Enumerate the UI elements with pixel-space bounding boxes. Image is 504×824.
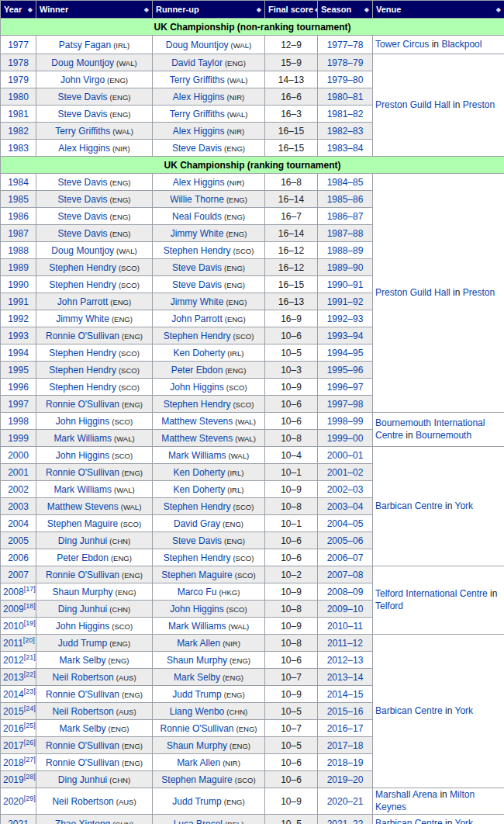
year-link[interactable]: 2004: [8, 518, 29, 529]
runner-up-link[interactable]: Shaun Murphy: [167, 655, 227, 666]
season-link[interactable]: 2004–05: [327, 518, 364, 529]
season-link[interactable]: 2007–08: [327, 570, 364, 580]
season-link[interactable]: 1978–79: [327, 57, 364, 68]
year-link[interactable]: 1984: [8, 177, 29, 188]
sort-icon[interactable]: ◆: [364, 6, 369, 13]
season-link[interactable]: 2001–02: [327, 467, 364, 478]
column-header-year[interactable]: Year◆: [1, 1, 36, 19]
venue-city-link[interactable]: York: [455, 818, 474, 824]
year-link[interactable]: 2013: [3, 672, 24, 683]
runner-up-link[interactable]: Peter Ebdon: [171, 365, 223, 376]
year-link[interactable]: 1994: [8, 348, 29, 358]
year-link[interactable]: 1989: [8, 262, 29, 273]
season-link[interactable]: 1981–82: [327, 109, 364, 119]
winner-link[interactable]: Zhao Xintong: [55, 819, 110, 824]
winner-link[interactable]: Stephen Hendry: [49, 262, 116, 273]
venue-link[interactable]: Preston Guild Hall: [375, 287, 450, 298]
reference-link[interactable]: [27]: [24, 756, 36, 763]
winner-link[interactable]: Matthew Stevens: [47, 501, 119, 512]
venue-city-link[interactable]: York: [455, 500, 474, 511]
winner-link[interactable]: Neil Robertson: [52, 672, 113, 683]
year-link[interactable]: 2019: [3, 774, 24, 785]
season-link[interactable]: 1989–90: [327, 262, 364, 273]
winner-link[interactable]: Mark Selby: [60, 723, 106, 734]
year-link[interactable]: 2017: [3, 740, 24, 751]
venue-link[interactable]: Preston Guild Hall: [375, 99, 450, 110]
runner-up-link[interactable]: Alex Higgins: [173, 177, 225, 188]
season-link[interactable]: 1979–80: [327, 74, 364, 85]
year-link[interactable]: 1986: [8, 211, 29, 222]
winner-link[interactable]: Patsy Fagan: [59, 40, 111, 50]
runner-up-link[interactable]: Neal Foulds: [172, 211, 222, 222]
column-header-winner[interactable]: Winner◆: [36, 1, 153, 19]
season-link[interactable]: 1980–81: [327, 92, 364, 102]
venue-city-link[interactable]: Blackpool: [441, 39, 482, 50]
season-link[interactable]: 2019–20: [327, 774, 364, 785]
runner-up-link[interactable]: Mark Williams: [168, 621, 226, 632]
winner-link[interactable]: Ronnie O'Sullivan: [46, 757, 119, 768]
season-link[interactable]: 1984–85: [327, 177, 364, 188]
year-link[interactable]: 1977: [8, 40, 29, 50]
sort-icon[interactable]: ◆: [496, 6, 501, 13]
winner-link[interactable]: John Higgins: [56, 416, 109, 427]
column-header-season[interactable]: Season◆: [318, 1, 373, 19]
year-link[interactable]: 1978: [8, 57, 29, 68]
reference-link[interactable]: [28]: [24, 773, 36, 781]
season-link[interactable]: 2020–21: [327, 796, 364, 807]
venue-link[interactable]: Barbican Centre: [375, 500, 443, 511]
runner-up-link[interactable]: David Gray: [174, 518, 220, 529]
year-link[interactable]: 1981: [8, 109, 29, 119]
runner-up-link[interactable]: Matthew Stevens: [161, 433, 233, 444]
year-link[interactable]: 2021: [8, 819, 29, 824]
winner-link[interactable]: Mark Williams: [54, 484, 112, 495]
runner-up-link[interactable]: Judd Trump: [172, 689, 221, 700]
year-link[interactable]: 1991: [8, 296, 29, 307]
runner-up-link[interactable]: Stephen Hendry: [164, 399, 231, 410]
reference-link[interactable]: [19]: [24, 619, 36, 627]
year-link[interactable]: 2016: [3, 723, 24, 734]
winner-link[interactable]: Terry Griffiths: [55, 126, 110, 137]
runner-up-link[interactable]: Willie Thorne: [170, 194, 224, 205]
winner-link[interactable]: Ronnie O'Sullivan: [46, 399, 119, 410]
reference-link[interactable]: [18]: [24, 602, 36, 610]
year-link[interactable]: 1983: [8, 143, 29, 154]
season-link[interactable]: 1993–94: [327, 331, 364, 341]
runner-up-link[interactable]: John Higgins: [170, 382, 223, 393]
year-link[interactable]: 2014: [3, 689, 24, 700]
year-link[interactable]: 2012: [3, 655, 24, 666]
winner-link[interactable]: Stephen Hendry: [49, 348, 116, 358]
year-link[interactable]: 1997: [8, 399, 29, 410]
runner-up-link[interactable]: Liang Wenbo: [170, 706, 225, 717]
season-link[interactable]: 1988–89: [327, 245, 364, 256]
reference-link[interactable]: [20]: [23, 636, 35, 644]
winner-link[interactable]: Ding Junhui: [58, 535, 107, 546]
runner-up-link[interactable]: Mark Selby: [174, 672, 220, 683]
winner-link[interactable]: Jimmy White: [56, 313, 109, 324]
year-link[interactable]: 2009: [3, 604, 24, 615]
runner-up-link[interactable]: Stephen Maguire: [161, 774, 232, 785]
year-link[interactable]: 2005: [8, 535, 29, 546]
year-link[interactable]: 2001: [8, 467, 29, 478]
season-link[interactable]: 2006–07: [327, 552, 364, 563]
season-link[interactable]: 2002–03: [327, 484, 364, 495]
column-header-venue[interactable]: Venue◆: [373, 1, 504, 19]
year-link[interactable]: 2015: [3, 706, 24, 717]
runner-up-link[interactable]: Luca Brecel: [174, 819, 223, 824]
runner-up-link[interactable]: Jimmy White: [171, 228, 224, 239]
season-link[interactable]: 1987–88: [327, 228, 364, 239]
winner-link[interactable]: Steve Davis: [58, 211, 108, 222]
season-link[interactable]: 2000–01: [327, 450, 364, 461]
winner-link[interactable]: Ding Junhui: [58, 604, 107, 615]
year-link[interactable]: 2000: [8, 450, 29, 461]
winner-link[interactable]: Neil Robertson: [52, 706, 113, 717]
reference-link[interactable]: [24]: [24, 705, 36, 712]
runner-up-link[interactable]: Matthew Stevens: [161, 416, 233, 427]
venue-link[interactable]: Tower Circus: [375, 39, 429, 50]
year-link[interactable]: 1980: [8, 92, 29, 102]
year-link[interactable]: 1999: [8, 433, 29, 444]
season-link[interactable]: 1986–87: [327, 211, 364, 222]
runner-up-link[interactable]: Steve Davis: [172, 262, 222, 273]
reference-link[interactable]: [17]: [24, 585, 36, 593]
year-link[interactable]: 2010: [3, 621, 24, 632]
winner-link[interactable]: Doug Mountjoy: [51, 245, 114, 256]
